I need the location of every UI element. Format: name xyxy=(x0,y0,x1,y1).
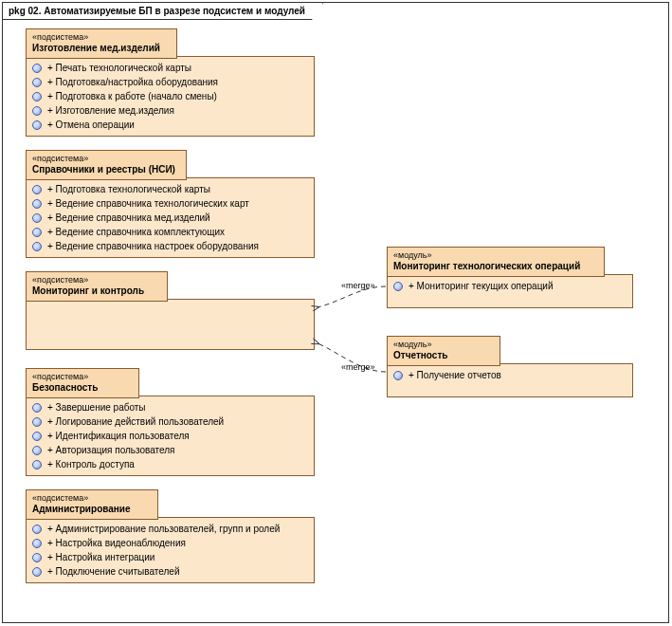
op-label: + Подготовка технологической карты xyxy=(47,184,210,194)
list-item: + Ведение справочника комплектующих xyxy=(32,225,308,239)
op-label: + Подготовка к работе (начало смены) xyxy=(47,91,217,101)
op-label: + Идентификация пользователя xyxy=(47,431,190,441)
package-body: + Администрирование пользователей, групп… xyxy=(27,518,314,582)
list-item: + Изготовление мед.изделия xyxy=(32,103,308,118)
op-label: + Подготовка/настройка оборудования xyxy=(47,77,218,87)
package-name: Отчетность xyxy=(393,350,494,362)
package-name: Мониторинг и контроль xyxy=(32,285,161,298)
list-item: + Печать технологической карты xyxy=(32,61,308,75)
package-reference-data: «подсистема» Справочники и реестры (НСИ)… xyxy=(26,177,315,258)
package-name: Справочники и реестры (НСИ) xyxy=(32,164,180,176)
op-label: + Авторизация пользователя xyxy=(47,445,175,455)
bullet-icon xyxy=(32,92,42,101)
list-item: + Подготовка к работе (начало смены) xyxy=(32,89,308,103)
bullet-icon xyxy=(32,120,42,130)
stereotype-label: «подсистема» xyxy=(32,372,133,382)
stereotype-label: «подсистема» xyxy=(32,275,161,285)
list-item: + Ведение справочника технологических ка… xyxy=(32,196,308,211)
bullet-icon xyxy=(32,106,42,116)
op-label: + Логирование действий пользователей xyxy=(47,416,224,427)
op-label: + Завершение работы xyxy=(47,402,146,413)
list-item: + Авторизация пользователя xyxy=(32,443,308,457)
bullet-icon xyxy=(393,371,403,380)
package-header: «подсистема» Справочники и реестры (НСИ) xyxy=(26,150,187,180)
package-manufacturing: «подсистема» Изготовление мед.изделий + … xyxy=(26,56,315,137)
op-label: + Настройка интеграции xyxy=(47,552,154,562)
bullet-icon xyxy=(32,242,42,251)
list-item: + Подготовка/настройка оборудования xyxy=(32,75,308,89)
merge-label-1: «merge» xyxy=(341,281,375,290)
package-name: Администрирование xyxy=(32,504,152,516)
bullet-icon xyxy=(32,525,42,534)
stereotype-label: «подсистема» xyxy=(32,493,152,504)
list-item: + Подключение считывателей xyxy=(32,564,308,579)
list-item: + Ведение справочника настроек оборудова… xyxy=(32,239,308,253)
op-label: + Отмена операции xyxy=(47,120,135,130)
list-item: + Настройка интеграции xyxy=(32,550,308,564)
stereotype-label: «подсистема» xyxy=(32,154,180,164)
bullet-icon xyxy=(32,417,42,427)
bullet-icon xyxy=(32,432,42,441)
list-item: + Мониторинг текущих операций xyxy=(393,279,627,293)
op-label: + Получение отчетов xyxy=(409,370,501,380)
package-header: «подсистема» Мониторинг и контроль xyxy=(26,271,168,302)
op-label: + Изготовление мед.изделия xyxy=(47,105,174,116)
package-frame: pkg 02. Автоматизируемые БП в разрезе по… xyxy=(2,2,669,623)
bullet-icon xyxy=(32,446,42,455)
bullet-icon xyxy=(32,567,42,577)
op-label: + Ведение справочника технологических ка… xyxy=(47,198,249,209)
package-administration: «подсистема» Администрирование + Админис… xyxy=(26,517,315,583)
bullet-icon xyxy=(32,64,42,73)
bullet-icon xyxy=(32,460,42,470)
stereotype-label: «подсистема» xyxy=(32,32,171,43)
module-monitoring-ops: «модуль» Мониторинг технологических опер… xyxy=(387,274,633,308)
package-header: «подсистема» Безопасность xyxy=(26,368,139,398)
bullet-icon xyxy=(32,78,42,87)
list-item: + Завершение работы xyxy=(32,400,308,414)
stereotype-label: «модуль» xyxy=(393,250,598,261)
package-security: «подсистема» Безопасность + Завершение р… xyxy=(26,396,315,476)
op-label: + Контроль доступа xyxy=(47,459,135,470)
package-body: + Получение отчетов xyxy=(388,364,632,396)
list-item: + Отмена операции xyxy=(32,118,308,132)
package-body xyxy=(27,300,314,349)
package-body: + Мониторинг текущих операций xyxy=(388,275,632,307)
list-item: + Контроль доступа xyxy=(32,457,308,471)
package-body: + Печать технологической карты + Подгото… xyxy=(27,57,314,136)
package-header: «модуль» Отчетность xyxy=(387,336,500,366)
list-item: + Идентификация пользователя xyxy=(32,429,308,443)
bullet-icon xyxy=(393,282,403,291)
list-item: + Настройка видеонаблюдения xyxy=(32,536,308,550)
op-label: + Печать технологической карты xyxy=(47,63,191,73)
bullet-icon xyxy=(32,185,42,194)
bullet-icon xyxy=(32,199,42,209)
bullet-icon xyxy=(32,213,42,223)
op-label: + Ведение справочника мед.изделий xyxy=(47,212,210,223)
list-item: + Подготовка технологической карты xyxy=(32,182,308,196)
op-label: + Мониторинг текущих операций xyxy=(409,281,554,291)
bullet-icon xyxy=(32,403,42,413)
list-item: + Получение отчетов xyxy=(393,368,627,382)
op-label: + Настройка видеонаблюдения xyxy=(47,538,186,548)
bullet-icon xyxy=(32,228,42,237)
bullet-icon xyxy=(32,553,42,562)
op-label: + Администрирование пользователей, групп… xyxy=(47,524,280,534)
package-name: Мониторинг технологических операций xyxy=(393,261,598,273)
frame-title: pkg 02. Автоматизируемые БП в разрезе по… xyxy=(3,3,323,20)
package-header: «подсистема» Администрирование xyxy=(26,489,158,520)
package-name: Безопасность xyxy=(32,382,133,395)
list-item: + Логирование действий пользователей xyxy=(32,414,308,429)
package-body: + Подготовка технологической карты + Вед… xyxy=(27,178,314,257)
stereotype-label: «модуль» xyxy=(393,340,494,350)
op-label: + Ведение справочника настроек оборудова… xyxy=(47,241,259,251)
list-item: + Ведение справочника мед.изделий xyxy=(32,211,308,225)
package-header: «модуль» Мониторинг технологических опер… xyxy=(387,247,605,277)
package-body: + Завершение работы + Логирование действ… xyxy=(27,396,314,475)
module-reports: «модуль» Отчетность + Получение отчетов xyxy=(387,363,633,397)
package-header: «подсистема» Изготовление мед.изделий xyxy=(26,28,177,59)
bullet-icon xyxy=(32,539,42,548)
merge-label-2: «merge» xyxy=(341,362,375,372)
package-name: Изготовление мед.изделий xyxy=(32,43,171,55)
list-item: + Администрирование пользователей, групп… xyxy=(32,522,308,536)
op-label: + Ведение справочника комплектующих xyxy=(47,227,225,237)
